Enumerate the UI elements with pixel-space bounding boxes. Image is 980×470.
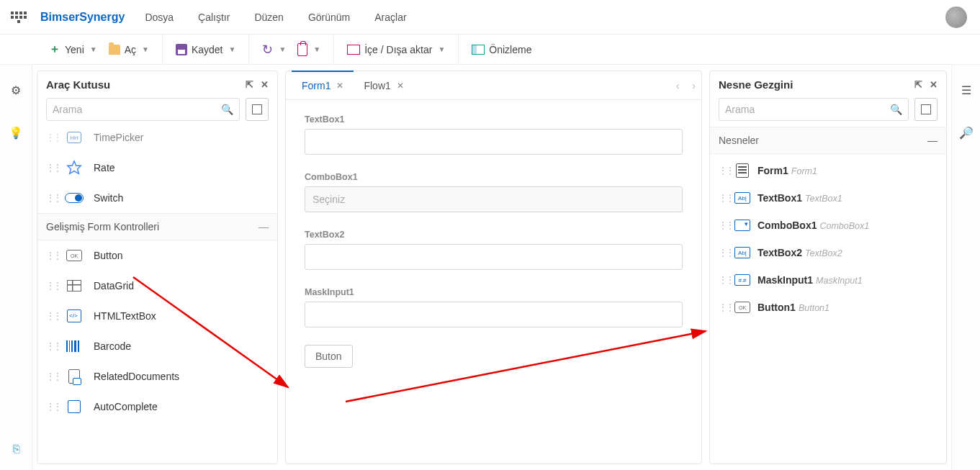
objexp-search-input[interactable]	[725, 104, 890, 115]
combobox-icon	[734, 220, 750, 231]
field-maskinput1[interactable]: MaskInput1	[305, 287, 683, 327]
clipboard-button[interactable]: ▼	[297, 43, 320, 56]
tool-label: TimePicker	[94, 132, 144, 143]
object-explorer-panel: Nesne Gezgini ⇱ ✕ 🔍 Nesneler — ⋮⋮ Form1F…	[709, 71, 947, 464]
chevron-down-icon: ▼	[313, 45, 320, 53]
objexp-list: ⋮⋮ Form1Form1 ⋮⋮ Ab| TextBox1TextBox1 ⋮⋮…	[710, 154, 946, 324]
barcode-icon	[66, 340, 82, 353]
timepicker-icon: HH	[67, 132, 81, 143]
tabs-row: Form1 ✕ Flow1 ✕ ‹ ›	[286, 71, 701, 100]
close-icon[interactable]: ✕	[261, 79, 269, 90]
preview-button[interactable]: Önizleme	[472, 44, 531, 55]
undo-button[interactable]: ↺ ▼	[262, 42, 286, 58]
autocomplete-icon	[68, 400, 81, 413]
drag-handle-icon: ⋮⋮	[46, 402, 55, 412]
chevron-down-icon: ▼	[438, 45, 445, 53]
tool-autocomplete[interactable]: ⋮⋮ AutoComplete	[37, 392, 277, 422]
avatar[interactable]	[945, 6, 967, 28]
tab-prev-icon[interactable]: ‹	[676, 80, 680, 91]
import-export-button[interactable]: İçe / Dışa aktar ▼	[347, 44, 445, 55]
svg-marker-0	[68, 161, 81, 173]
tab-close-icon[interactable]: ✕	[397, 81, 404, 91]
tool-rate[interactable]: ⋮⋮ Rate	[37, 153, 277, 183]
obj-type: MaskInput1	[816, 276, 863, 286]
undo-icon: ↺	[262, 42, 273, 58]
app-launcher-icon[interactable]	[10, 9, 27, 26]
settings-rail-icon[interactable]: ⚙	[11, 83, 21, 97]
toolbox-layout-toggle[interactable]	[246, 98, 269, 121]
form-icon	[736, 163, 749, 178]
tool-label: Button	[94, 250, 122, 261]
save-button[interactable]: Kaydet ▼	[176, 44, 236, 55]
tool-barcode[interactable]: ⋮⋮ Barcode	[37, 331, 277, 361]
textbox1-input[interactable]	[305, 129, 683, 155]
brand: BimserSynergy	[40, 11, 125, 24]
collapse-icon: —	[259, 221, 269, 232]
tool-switch[interactable]: ⋮⋮ Switch	[37, 183, 277, 213]
form-canvas[interactable]: TextBox1 ComboBox1 Seçiniz TextBox2 Mask…	[286, 100, 701, 464]
tool-datagrid[interactable]: ⋮⋮ DataGrid	[37, 271, 277, 301]
left-rail-bottom: ⎘	[0, 443, 32, 456]
objexp-section-header[interactable]: Nesneler —	[710, 127, 946, 154]
tab-close-icon[interactable]: ✕	[336, 81, 343, 91]
obj-maskinput1[interactable]: ⋮⋮ #.# MaskInput1MaskInput1	[710, 266, 946, 294]
tab-form1[interactable]: Form1 ✕	[292, 71, 354, 99]
close-icon[interactable]: ✕	[930, 79, 938, 90]
tool-relateddocuments[interactable]: ⋮⋮ RelatedDocuments	[37, 361, 277, 392]
textbox-icon: Ab|	[734, 192, 750, 204]
menu-edit[interactable]: Düzen	[254, 12, 283, 23]
obj-name: ComboBox1	[758, 220, 817, 231]
search-icon: 🔍	[221, 104, 233, 115]
clipboard-icon	[297, 43, 307, 56]
tab-flow1[interactable]: Flow1 ✕	[354, 71, 413, 99]
combobox1-input[interactable]: Seçiniz	[305, 186, 683, 212]
open-button[interactable]: Aç ▼	[109, 44, 149, 55]
obj-textbox2[interactable]: ⋮⋮ Ab| TextBox2TextBox2	[710, 239, 946, 266]
maskinput1-input[interactable]	[305, 302, 683, 327]
pin-icon[interactable]: ⇱	[246, 79, 253, 90]
toolbox-section-header[interactable]: Gelişmiş Form Kontrolleri —	[37, 213, 277, 240]
objexp-header: Nesne Gezgini ⇱ ✕	[710, 71, 946, 98]
objexp-section-title: Nesneler	[719, 135, 759, 146]
menu-view[interactable]: Görünüm	[308, 12, 350, 23]
tool-timepicker[interactable]: ⋮⋮ HH TimePicker	[37, 127, 277, 153]
menu-file[interactable]: Dosya	[145, 12, 174, 23]
obj-combobox1[interactable]: ⋮⋮ ComboBox1ComboBox1	[710, 212, 946, 239]
field-textbox1[interactable]: TextBox1	[305, 114, 683, 155]
tool-button[interactable]: ⋮⋮ OK Button	[37, 240, 277, 271]
field-textbox2[interactable]: TextBox2	[305, 230, 683, 270]
menu-run[interactable]: Çalıştır	[198, 12, 230, 23]
pin-icon[interactable]: ⇱	[914, 79, 922, 90]
canvas-button[interactable]: Buton	[305, 345, 353, 368]
tab-next-icon[interactable]: ›	[692, 80, 696, 91]
tool-htmltextbox[interactable]: ⋮⋮ HTMLTextBox	[37, 301, 277, 331]
tool-label: DataGrid	[94, 280, 134, 292]
button-icon: OK	[66, 250, 82, 261]
toolbox-section-title: Gelişmiş Form Kontrolleri	[46, 221, 159, 232]
workspace: ⚙ 💡 ⎘ Araç Kutusu ⇱ ✕ 🔍 ⋮⋮ HH TimePicker	[0, 65, 980, 470]
textbox2-input[interactable]	[305, 244, 683, 270]
obj-textbox1[interactable]: ⋮⋮ Ab| TextBox1TextBox1	[710, 184, 946, 212]
open-label: Aç	[125, 44, 136, 55]
search-rail-icon[interactable]: 🔎	[959, 126, 974, 140]
drag-handle-icon: ⋮⋮	[719, 166, 727, 176]
list-rail-icon[interactable]: ☰	[961, 83, 971, 97]
objexp-search[interactable]: 🔍	[719, 98, 909, 121]
toolbox-search[interactable]: 🔍	[46, 98, 240, 121]
menu-tools[interactable]: Araçlar	[374, 12, 406, 23]
maskinput-icon: #.#	[734, 274, 750, 286]
obj-form1[interactable]: ⋮⋮ Form1Form1	[710, 157, 946, 184]
drag-handle-icon: ⋮⋮	[46, 132, 55, 143]
toolbox-header: Araç Kutusu ⇱ ✕	[37, 71, 277, 98]
obj-name: TextBox1	[758, 192, 802, 204]
field-combobox1[interactable]: ComboBox1 Seçiniz	[305, 172, 683, 212]
toolbox-search-input[interactable]	[53, 104, 221, 115]
left-rail: ⚙ 💡	[0, 65, 32, 470]
obj-button1[interactable]: ⋮⋮ OK Button1Button1	[710, 294, 946, 321]
new-button[interactable]: ＋ Yeni ▼	[49, 42, 97, 57]
objexp-layout-toggle[interactable]	[914, 98, 938, 121]
import-export-icon	[347, 45, 360, 55]
deploy-rail-icon[interactable]: ⎘	[13, 443, 20, 456]
bulb-rail-icon[interactable]: 💡	[9, 126, 23, 140]
actionbar: ＋ Yeni ▼ Aç ▼ Kaydet ▼ ↺ ▼ ▼ İçe / Dışa …	[0, 35, 980, 65]
